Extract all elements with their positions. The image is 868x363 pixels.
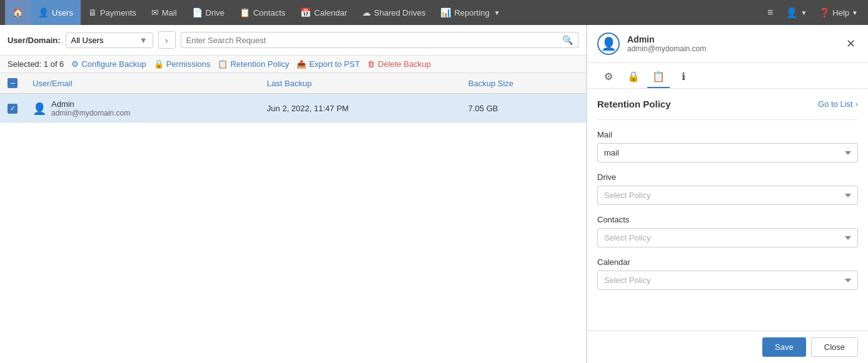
user-email: admin@mydomain.com (51, 109, 130, 117)
panel-content: Retention Policy Go to List › Mail mail … (587, 89, 868, 331)
nav-item-payments[interactable]: 🖥 Payments (81, 0, 144, 25)
panel-footer: Save Close (587, 331, 868, 363)
table-row[interactable]: 👤 Admin admin@mydomain.com Jun 2, 2022, … (0, 94, 586, 123)
magnifier-icon: 🔍 (562, 35, 573, 45)
retention-policy-button[interactable]: 📋 Retention Policy (218, 59, 289, 69)
settings-tab-icon: ⚙ (604, 71, 613, 82)
go-to-list-label: Go to List (818, 99, 853, 109)
close-button[interactable]: Close (811, 337, 858, 357)
delete-backup-label: Delete Backup (378, 59, 431, 69)
toolbar: Selected: 1 of 6 ⚙ Configure Backup 🔒 Pe… (0, 56, 586, 73)
panel-user-name: Admin (627, 34, 836, 44)
lock-icon: 🔒 (154, 59, 164, 69)
go-to-list-link[interactable]: Go to List › (818, 99, 858, 109)
right-panel: 👤 Admin admin@mydomain.com ✕ ⚙ 🔒 📋 ℹ (587, 25, 868, 363)
calendar-label: Calendar (597, 257, 858, 267)
tab-retention[interactable]: 📋 (647, 68, 670, 88)
user-row-avatar: 👤 (33, 102, 46, 116)
tab-info[interactable]: ℹ (672, 68, 695, 88)
mail-select[interactable]: mail Select Policy (597, 143, 858, 162)
select-all-checkbox[interactable] (8, 78, 18, 88)
panel-section-header: Retention Policy Go to List › (597, 99, 858, 109)
info-tab-icon: ℹ (682, 71, 685, 82)
permissions-button[interactable]: 🔒 Permissions (154, 59, 211, 69)
top-nav: 🏠 👤 Users 🖥 Payments ✉ Mail 📄 Drive 📋 Co… (0, 0, 868, 25)
user-header-avatar: 👤 (597, 32, 620, 55)
calendar-select[interactable]: Select Policy (597, 271, 858, 290)
forward-button[interactable]: › (158, 31, 176, 49)
col-header-user-email: User/Email (25, 73, 260, 94)
user-domain-select[interactable]: All Users ▼ (66, 32, 153, 48)
nav-label-drive: Drive (206, 8, 225, 17)
user-domain-value: All Users (71, 36, 104, 45)
nav-item-mail[interactable]: ✉ Mail (144, 0, 184, 25)
nav-item-contacts[interactable]: 📋 Contacts (232, 0, 293, 25)
trash-icon: 🗑 (367, 59, 375, 69)
user-info: Admin admin@mydomain.com (51, 99, 130, 117)
hamburger-icon: ≡ (767, 7, 773, 18)
nav-right: ≡ 👤 ▼ ❓ Help ▼ (762, 0, 863, 25)
panel-close-button[interactable]: ✕ (844, 37, 858, 51)
nav-label-users: Users (52, 8, 73, 17)
reporting-dropdown-icon: ▼ (494, 9, 500, 16)
user-domain-dropdown-icon: ▼ (139, 36, 148, 45)
contacts-select[interactable]: Select Policy (597, 228, 858, 247)
configure-backup-icon: ⚙ (71, 59, 79, 69)
shared-drives-icon: ☁ (362, 7, 371, 17)
nav-label-shared-drives: Shared Drives (374, 8, 425, 17)
user-name: Admin (51, 99, 130, 109)
nav-item-shared-drives[interactable]: ☁ Shared Drives (355, 0, 433, 25)
col-label-backup-size: Backup Size (468, 79, 513, 88)
export-to-pst-label: Export to PST (309, 59, 360, 69)
backup-size-cell: 7.05 GB (461, 94, 586, 123)
row-checkbox[interactable] (8, 104, 18, 114)
tab-lock[interactable]: 🔒 (622, 68, 645, 88)
nav-item-drive[interactable]: 📄 Drive (184, 0, 232, 25)
export-to-pst-button[interactable]: 📤 Export to PST (296, 59, 360, 69)
col-header-backup-size: Backup Size (461, 73, 586, 94)
nav-help-button[interactable]: ❓ Help ▼ (814, 0, 863, 25)
save-button[interactable]: Save (762, 337, 806, 357)
search-bar: User/Domain: All Users ▼ › 🔍 (0, 25, 586, 56)
help-icon: ❓ (819, 7, 830, 17)
nav-item-users[interactable]: 👤 Users (31, 0, 81, 25)
section-divider (597, 119, 858, 120)
nav-item-calendar[interactable]: 📅 Calendar (293, 0, 355, 25)
calendar-form-group: Calendar Select Policy (597, 257, 858, 290)
tab-bar: ⚙ 🔒 📋 ℹ (587, 63, 868, 89)
nav-user-dropdown-icon: ▼ (800, 9, 807, 16)
contacts-icon: 📋 (240, 7, 250, 17)
nav-item-reporting[interactable]: 📊 Reporting ▼ (433, 0, 507, 25)
contacts-form-group: Contacts Select Policy (597, 215, 858, 247)
payments-icon: 🖥 (88, 7, 97, 17)
configure-backup-label: Configure Backup (81, 59, 146, 69)
search-input[interactable] (186, 36, 562, 45)
user-cell: 👤 Admin admin@mydomain.com (33, 99, 252, 117)
search-input-wrapper[interactable]: 🔍 (181, 32, 578, 48)
export-icon: 📤 (296, 59, 306, 69)
drive-select[interactable]: Select Policy (597, 186, 858, 205)
nav-label-payments: Payments (100, 8, 136, 17)
table-container: User/Email Last Backup Backup Size (0, 73, 586, 363)
users-icon: 👤 (38, 7, 49, 17)
mail-label: Mail (597, 130, 858, 139)
main-layout: User/Domain: All Users ▼ › 🔍 Selected: 1… (0, 25, 868, 363)
nav-user-button[interactable]: 👤 ▼ (780, 0, 812, 25)
nav-menu-button[interactable]: ≡ (762, 0, 778, 25)
nav-item-home[interactable]: 🏠 (5, 0, 31, 25)
mail-icon: ✉ (151, 7, 159, 17)
panel-user-email: admin@mydomain.com (627, 44, 836, 53)
nav-label-reporting: Reporting (454, 8, 489, 17)
drive-label: Drive (597, 172, 858, 182)
configure-backup-button[interactable]: ⚙ Configure Backup (71, 59, 146, 69)
selected-count: Selected: 1 of 6 (8, 59, 64, 69)
calendar-icon: 📅 (300, 7, 311, 17)
delete-backup-button[interactable]: 🗑 Delete Backup (367, 59, 431, 69)
search-button[interactable]: 🔍 (562, 35, 573, 45)
help-dropdown-icon: ▼ (852, 9, 858, 16)
nav-label-mail: Mail (162, 8, 177, 17)
tab-settings[interactable]: ⚙ (597, 68, 620, 88)
nav-help-label: Help (832, 8, 849, 17)
user-domain-label: User/Domain: (8, 36, 61, 45)
mail-form-group: Mail mail Select Policy (597, 130, 858, 162)
